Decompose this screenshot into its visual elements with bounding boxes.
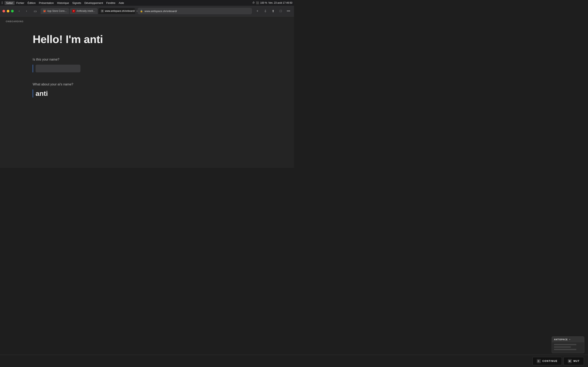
tab-artificially[interactable]: P Artificially intelli... — [70, 8, 97, 14]
main-content: Hello! I'm anti Is this your name? What … — [0, 17, 294, 132]
close-window-button[interactable] — [2, 10, 5, 12]
url-text: www.antispace.sh/onboard/ — [145, 9, 177, 13]
ai-name-wrapper: anti — [33, 90, 294, 98]
url-bar[interactable]: 🔒 www.antispace.sh/onboard/ — [138, 8, 252, 14]
page-content: ONBOARDING Hello! I'm anti Is this your … — [0, 17, 294, 168]
tab-label-artificially: Artificially intelli... — [76, 9, 95, 12]
menubar-right: ⏱ ⬛ 100 % Ven. 23 août 17:46:50 — [252, 1, 292, 4]
tab-appstore[interactable]: 🍎 App Store Conn... — [41, 8, 69, 14]
traffic-lights — [2, 10, 14, 12]
ai-name-label: What about your ai's name? — [33, 83, 294, 86]
sidebar-toggle-button[interactable]: ▭ — [32, 8, 38, 14]
lock-icon: 🔒 — [140, 10, 143, 12]
browser-toolbar: ‹ › ▭ 🍎 App Store Conn... P Artificially… — [0, 6, 294, 16]
your-name-label: Is this your name? — [33, 58, 294, 61]
macos-menubar:  Safari Fichier Édition Présentation Hi… — [0, 0, 294, 6]
new-tab-button[interactable]: + — [254, 8, 260, 14]
menubar-edition[interactable]: Édition — [26, 1, 37, 5]
nav-buttons: ‹ › — [16, 8, 30, 14]
maximize-window-button[interactable] — [11, 10, 14, 12]
tab-label-appstore: App Store Conn... — [47, 9, 67, 12]
downloads-button[interactable]: ⇩ — [262, 8, 268, 14]
hero-title: Hello! I'm anti — [33, 33, 294, 45]
tab-label-antispace: www.antispace.sh/onboard/ — [105, 9, 135, 12]
screenshot-icon: ⬛ — [256, 1, 259, 4]
menubar-fichier[interactable]: Fichier — [15, 1, 26, 5]
menubar-aide[interactable]: Aide — [117, 1, 126, 5]
menubar-presentation[interactable]: Présentation — [37, 1, 56, 5]
tab-favicon-artificially: P — [72, 9, 75, 12]
forward-button[interactable]: › — [24, 8, 30, 14]
battery-label: 100 % — [260, 1, 267, 4]
tab-favicon-antispace: ✦ — [101, 9, 104, 12]
menubar-fenetre[interactable]: Fenêtre — [105, 1, 117, 5]
ai-name-section: What about your ai's name? anti — [33, 83, 294, 98]
toolbar-actions: + ⇩ ⬆ □ ••• — [254, 8, 292, 14]
menubar-historique[interactable]: Historique — [56, 1, 71, 5]
tabs-row: 🍎 App Store Conn... P Artificially intel… — [41, 8, 135, 14]
menubar-signets[interactable]: Signets — [71, 1, 83, 5]
time-machine-icon: ⏱ — [252, 1, 255, 4]
ai-name-value: anti — [35, 90, 294, 98]
menubar-developpement[interactable]: Développement — [83, 1, 104, 5]
your-name-input-wrapper — [33, 65, 294, 72]
more-button[interactable]: ••• — [285, 8, 292, 14]
minimize-window-button[interactable] — [7, 10, 9, 12]
back-button[interactable]: ‹ — [16, 8, 22, 14]
your-name-section: Is this your name? — [33, 58, 294, 72]
tabs-button[interactable]: □ — [278, 8, 284, 14]
datetime-label: Ven. 23 août 17:46:50 — [268, 1, 292, 4]
your-name-input[interactable] — [35, 65, 80, 72]
tab-favicon-appstore: 🍎 — [43, 9, 46, 12]
apple-menu[interactable]:  — [2, 1, 3, 5]
share-button[interactable]: ⬆ — [270, 8, 276, 14]
menubar-safari[interactable]: Safari — [4, 1, 15, 5]
browser-chrome: ‹ › ▭ 🍎 App Store Conn... P Artificially… — [0, 6, 294, 17]
tab-antispace[interactable]: ✦ www.antispace.sh/onboard/ ✕ — [98, 8, 135, 14]
onboarding-label: ONBOARDING — [6, 20, 24, 23]
